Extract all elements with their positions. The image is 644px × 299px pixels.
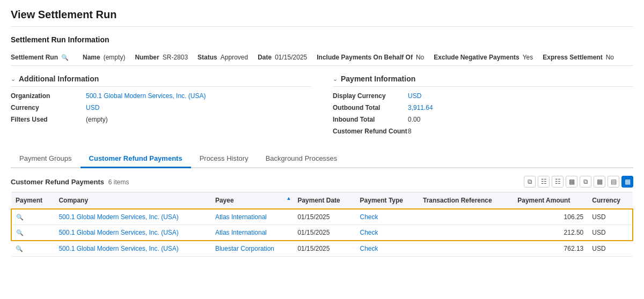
settlement-run-fields-row: Settlement Run 🔍 Name (empty) Number SR-… — [11, 49, 633, 66]
additional-info-row-currency: Currency USD — [11, 104, 311, 111]
toolbar-table-view-icon[interactable]: ▦ — [621, 176, 633, 188]
cell-currency: USD — [588, 209, 633, 225]
cell-currency: USD — [588, 225, 633, 241]
tab-customer-refund-payments[interactable]: Customer Refund Payments — [80, 150, 191, 168]
search-icon[interactable]: 🔍 — [61, 54, 69, 61]
payment-info-val-refund-count: 8 — [408, 128, 412, 135]
row-search-icon-3[interactable]: 🔍 — [16, 245, 23, 252]
col-transaction-ref: Transaction Reference — [419, 192, 513, 210]
toolbar-grid-export-icon[interactable]: ⧉ — [524, 176, 536, 188]
payment-info-val-outbound-total[interactable]: 3,911.64 — [408, 104, 433, 111]
additional-info-key-organization: Organization — [11, 92, 86, 100]
cell-payment-amount: 762.13 — [513, 241, 588, 257]
additional-info-chevron[interactable]: ⌄ — [11, 76, 16, 83]
payment-info-row-outbound-total: Outbound Total 3,911.64 — [333, 104, 633, 111]
sr-label-date: Date — [258, 54, 272, 61]
table-title: Customer Refund Payments — [11, 178, 104, 186]
sr-label-name: Name — [83, 54, 100, 61]
tab-background-processes[interactable]: Background Processes — [257, 150, 346, 168]
settlement-run-section: Settlement Run Information Settlement Ru… — [11, 35, 633, 66]
cell-payment-type[interactable]: Check — [356, 209, 419, 225]
tab-payment-groups[interactable]: Payment Groups — [11, 150, 80, 168]
table-count: 6 items — [108, 178, 129, 186]
cell-payee[interactable]: Atlas International — [211, 225, 293, 241]
sr-value-number: SR-2803 — [163, 54, 188, 61]
additional-info-val-currency[interactable]: USD — [86, 104, 99, 111]
cell-payee[interactable]: Atlas International — [211, 209, 293, 225]
sort-icon-payee: ▲ — [286, 196, 291, 201]
payment-info-key-outbound-total: Outbound Total — [333, 104, 408, 111]
col-payee: Payee ▲ — [211, 192, 293, 210]
payment-info-chevron[interactable]: ⌄ — [333, 76, 338, 83]
col-payment: Payment — [11, 192, 54, 210]
col-company: Company — [54, 192, 211, 210]
page-container: View Settlement Run Settlement Run Infor… — [0, 0, 644, 265]
sr-label-status: Status — [197, 54, 217, 61]
payment-info-header: ⌄ Payment Information — [333, 74, 633, 87]
sr-label-exclude-negative: Exclude Negative Payments — [434, 54, 519, 61]
cell-transaction-ref — [419, 225, 513, 241]
cell-payee[interactable]: Bluestar Corporation — [211, 241, 293, 257]
additional-info-header: ⌄ Additional Information — [11, 74, 311, 87]
cell-payment-date: 01/15/2025 — [293, 209, 355, 225]
additional-info-key-currency: Currency — [11, 104, 86, 111]
toolbar-fullscreen-icon[interactable]: ⧉ — [580, 176, 591, 188]
cell-company[interactable]: 500.1 Global Modern Services, Inc. (USA) — [54, 241, 211, 257]
additional-info-row-filters: Filters Used (empty) — [11, 116, 311, 123]
cell-payment-type[interactable]: Check — [356, 241, 419, 257]
sr-value-exclude-negative: Yes — [523, 54, 533, 61]
col-payment-type: Payment Type — [356, 192, 419, 210]
cell-currency: USD — [588, 241, 633, 257]
settlement-run-section-title: Settlement Run Information — [11, 35, 633, 44]
cell-payment: 🔍 — [11, 209, 54, 225]
cell-company[interactable]: 500.1 Global Modern Services, Inc. (USA) — [54, 209, 211, 225]
toolbar-split-view-icon[interactable]: ▦ — [594, 176, 605, 188]
table-header-row-columns: Payment Company Payee ▲ Payment Date Pay… — [11, 192, 633, 210]
payment-info-key-refund-count: Customer Refund Count — [333, 128, 408, 135]
sr-value-status: Approved — [221, 54, 248, 61]
table-header-row: Customer Refund Payments 6 items ⧉ ☷ ☷ ▩… — [11, 176, 633, 188]
payment-info-title: Payment Information — [341, 74, 415, 83]
payment-info-val-display-currency[interactable]: USD — [408, 92, 421, 100]
cell-payment-date: 01/15/2025 — [293, 225, 355, 241]
tabs-bar: Payment Groups Customer Refund Payments … — [11, 150, 633, 168]
cell-payment-type[interactable]: Check — [356, 225, 419, 241]
cell-transaction-ref — [419, 241, 513, 257]
sr-value-express-settlement: No — [606, 54, 614, 61]
customer-refund-table: Payment Company Payee ▲ Payment Date Pay… — [11, 192, 633, 257]
table-toolbar: ⧉ ☷ ☷ ▩ ⧉ ▦ ▤ ▦ — [524, 176, 633, 188]
payment-info-key-display-currency: Display Currency — [333, 92, 408, 100]
table-title-area: Customer Refund Payments 6 items — [11, 178, 129, 186]
col-payment-amount: Payment Amount — [513, 192, 588, 210]
additional-info-key-filters: Filters Used — [11, 116, 86, 123]
toolbar-chart-icon[interactable]: ▩ — [566, 176, 577, 188]
table-row: 🔍 500.1 Global Modern Services, Inc. (US… — [11, 209, 633, 225]
sr-label-express-settlement: Express Settlement — [543, 54, 602, 61]
table-section: Customer Refund Payments 6 items ⧉ ☷ ☷ ▩… — [11, 176, 633, 257]
cell-payment: 🔍 — [11, 241, 54, 257]
additional-info-title: Additional Information — [19, 74, 99, 83]
sr-value-name: (empty) — [104, 54, 126, 61]
sr-value-include-payments: No — [416, 54, 424, 61]
payment-info-val-inbound-total: 0.00 — [408, 116, 420, 123]
payment-info-key-inbound-total: Inbound Total — [333, 116, 408, 123]
payment-info-row-display-currency: Display Currency USD — [333, 92, 633, 100]
payment-info-section: ⌄ Payment Information Display Currency U… — [333, 74, 633, 139]
cell-payment-amount: 106.25 — [513, 209, 588, 225]
additional-info-section: ⌄ Additional Information Organization 50… — [11, 74, 311, 139]
toolbar-tile-view-icon[interactable]: ▤ — [608, 176, 619, 188]
toolbar-filter-icon[interactable]: ☷ — [552, 176, 564, 188]
toolbar-column-chooser-icon[interactable]: ☷ — [538, 176, 550, 188]
sr-label-settlement-run: Settlement Run — [11, 54, 58, 61]
row-search-icon-2[interactable]: 🔍 — [16, 229, 24, 236]
tab-process-history[interactable]: Process History — [191, 150, 257, 168]
page-title: View Settlement Run — [11, 9, 633, 27]
sr-label-number: Number — [135, 54, 159, 61]
two-col-info: ⌄ Additional Information Organization 50… — [11, 74, 633, 139]
row-search-icon-1[interactable]: 🔍 — [16, 214, 24, 220]
additional-info-val-organization[interactable]: 500.1 Global Modern Services, Inc. (USA) — [86, 92, 206, 100]
cell-payment-amount: 212.50 — [513, 225, 588, 241]
sr-value-date: 01/15/2025 — [275, 54, 307, 61]
cell-company[interactable]: 500.1 Global Modern Services, Inc. (USA) — [54, 225, 211, 241]
cell-transaction-ref — [419, 209, 513, 225]
